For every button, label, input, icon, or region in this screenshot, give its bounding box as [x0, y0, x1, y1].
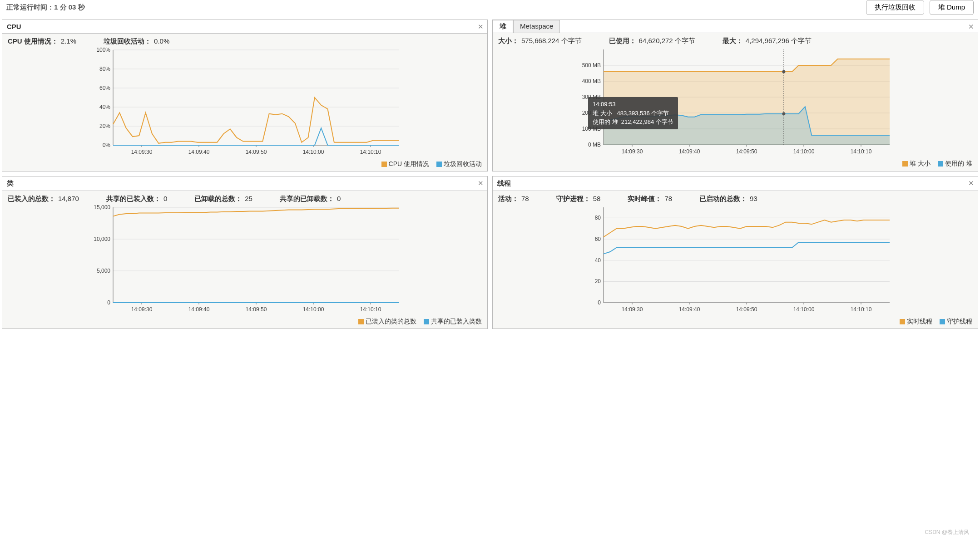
classes-unloaded-label: 已卸载的总数： [194, 195, 242, 203]
svg-text:60: 60 [595, 236, 601, 242]
classes-loaded-value: 14,870 [58, 195, 79, 203]
legend-item: 共享的已装入类数 [424, 318, 482, 326]
svg-text:14:09:40: 14:09:40 [679, 306, 700, 313]
tab-heap[interactable]: 堆 [493, 20, 513, 33]
svg-text:300 MB: 300 MB [582, 94, 601, 100]
svg-text:0: 0 [598, 299, 601, 306]
heap-panel: 堆 Metaspace ✕ 大小：575,668,224 个字节 已使用：64,… [492, 20, 978, 172]
svg-text:14:09:30: 14:09:30 [131, 149, 153, 155]
classes-title: 类 [7, 179, 14, 188]
threads-daemon-label: 守护进程： [556, 195, 590, 203]
svg-text:14:09:50: 14:09:50 [736, 306, 757, 313]
classes-unloaded-value: 25 [245, 195, 252, 203]
threads-panel: 线程 ✕ 活动：78 守护进程：58 实时峰值：78 已启动的总数：93 020… [492, 176, 978, 329]
threads-daemon-value: 58 [593, 195, 601, 203]
svg-text:60%: 60% [99, 85, 110, 91]
legend-item: 垃圾回收活动 [436, 160, 482, 168]
svg-text:14:09:50: 14:09:50 [246, 306, 267, 313]
threads-peak-label: 实时峰值： [628, 195, 662, 203]
svg-text:14:10:10: 14:10:10 [851, 306, 872, 313]
svg-text:100%: 100% [96, 48, 110, 53]
svg-text:14:10:00: 14:10:00 [303, 149, 324, 155]
svg-text:500 MB: 500 MB [582, 62, 601, 69]
cpu-chart[interactable]: 0%20%40%60%80%100%14:09:3014:09:4014:09:… [6, 48, 484, 157]
svg-text:14:09:30: 14:09:30 [622, 148, 643, 155]
threads-started-label: 已启动的总数： [699, 195, 747, 203]
svg-text:40%: 40% [99, 104, 110, 110]
svg-text:0 MB: 0 MB [588, 142, 601, 148]
cpu-gc-label: 垃圾回收活动： [104, 37, 151, 46]
cpu-usage-label: CPU 使用情况： [8, 37, 58, 46]
svg-text:14:09:40: 14:09:40 [188, 306, 210, 313]
uptime-label: 正常运行时间：1 分 03 秒 [6, 3, 85, 12]
close-icon[interactable]: ✕ [478, 179, 484, 187]
svg-text:14:09:50: 14:09:50 [736, 148, 757, 155]
svg-text:14:10:10: 14:10:10 [851, 148, 872, 155]
svg-text:14:10:10: 14:10:10 [360, 306, 381, 313]
svg-text:14:09:40: 14:09:40 [679, 148, 700, 155]
svg-text:100 MB: 100 MB [582, 126, 601, 132]
svg-text:200 MB: 200 MB [582, 110, 601, 116]
classes-shared-unloaded-value: 0 [337, 195, 341, 203]
tab-metaspace[interactable]: Metaspace [513, 20, 560, 33]
cpu-usage-value: 2.1% [61, 37, 76, 46]
threads-started-value: 93 [750, 195, 757, 203]
classes-shared-loaded-label: 共享的已装入数： [106, 195, 161, 203]
svg-text:20%: 20% [99, 123, 110, 129]
cpu-panel: CPU ✕ CPU 使用情况：2.1% 垃圾回收活动：0.0% 0%20%40%… [2, 20, 488, 172]
legend-item: 使用的 堆 [938, 160, 972, 168]
svg-point-50 [782, 112, 785, 115]
threads-peak-value: 78 [664, 195, 672, 203]
classes-panel: 类 ✕ 已装入的总数：14,870 共享的已装入数：0 已卸载的总数：25 共享… [2, 176, 488, 329]
close-icon[interactable]: ✕ [478, 23, 484, 31]
close-icon[interactable]: ✕ [968, 23, 974, 31]
legend-item: 堆 大小 [902, 160, 931, 168]
svg-text:14:09:30: 14:09:30 [131, 306, 153, 313]
legend-item: 已装入的类的总数 [358, 318, 416, 326]
svg-text:15,000: 15,000 [94, 205, 110, 211]
svg-text:0: 0 [107, 299, 110, 306]
svg-text:14:10:00: 14:10:00 [793, 306, 815, 313]
legend-item: 守护线程 [940, 318, 972, 326]
gc-button[interactable]: 执行垃圾回收 [866, 0, 924, 15]
svg-text:0%: 0% [103, 142, 111, 148]
heap-chart[interactable]: 0 MB100 MB200 MB300 MB400 MB500 MB14:09:… [496, 47, 974, 156]
threads-live-label: 活动： [498, 195, 519, 203]
threads-title: 线程 [497, 179, 511, 188]
heap-max-label: 最大： [723, 37, 743, 45]
classes-chart[interactable]: 05,00010,00015,00014:09:3014:09:4014:09:… [6, 205, 484, 314]
svg-text:10,000: 10,000 [94, 236, 110, 242]
svg-text:14:09:50: 14:09:50 [246, 149, 267, 155]
svg-text:40: 40 [595, 257, 601, 264]
heap-used-label: 已使用： [609, 37, 636, 45]
svg-text:14:10:10: 14:10:10 [360, 149, 381, 155]
heap-size-value: 575,668,224 个字节 [521, 37, 582, 45]
svg-text:5,000: 5,000 [97, 268, 110, 274]
heap-size-label: 大小： [498, 37, 519, 45]
svg-text:14:09:40: 14:09:40 [188, 149, 210, 155]
threads-live-value: 78 [521, 195, 529, 203]
svg-text:14:10:00: 14:10:00 [793, 148, 815, 155]
svg-text:20: 20 [595, 278, 601, 284]
svg-text:80%: 80% [99, 66, 110, 72]
threads-chart[interactable]: 02040608014:09:3014:09:4014:09:5014:10:0… [496, 205, 974, 314]
cpu-gc-value: 0.0% [154, 37, 169, 46]
heap-max-value: 4,294,967,296 个字节 [746, 37, 812, 45]
classes-shared-unloaded-label: 共享的已卸载数： [280, 195, 334, 203]
svg-point-49 [782, 70, 785, 74]
heap-dump-button[interactable]: 堆 Dump [930, 0, 974, 15]
close-icon[interactable]: ✕ [968, 179, 974, 187]
classes-loaded-label: 已装入的总数： [8, 195, 55, 203]
svg-text:14:10:00: 14:10:00 [303, 306, 324, 313]
legend-item: 实时线程 [900, 318, 932, 326]
svg-text:14:09:30: 14:09:30 [622, 306, 643, 313]
legend-item: CPU 使用情况 [381, 160, 429, 168]
classes-shared-loaded-value: 0 [163, 195, 167, 203]
cpu-title: CPU [7, 23, 21, 30]
heap-used-value: 64,620,272 个字节 [639, 37, 695, 45]
svg-text:400 MB: 400 MB [582, 78, 601, 84]
svg-text:80: 80 [595, 215, 601, 221]
